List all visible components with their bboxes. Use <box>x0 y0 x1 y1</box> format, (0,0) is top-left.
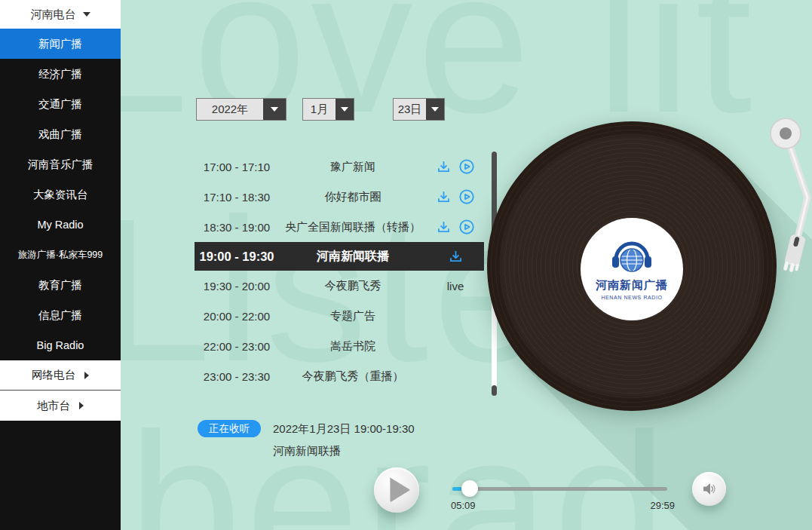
seek-bar-thumb[interactable] <box>461 480 478 497</box>
schedule-row[interactable]: 19:30 - 20:00今夜鹏飞秀live <box>195 271 484 301</box>
tonearm-pivot <box>771 118 801 149</box>
sidebar-item-9[interactable]: 教育广播 <box>0 270 121 300</box>
program-title: 今夜鹏飞秀（重播） <box>279 369 427 384</box>
program-title: 嵩岳书院 <box>279 339 427 354</box>
schedule-row[interactable]: 22:00 - 23:00嵩岳书院 <box>195 331 484 361</box>
schedule-row[interactable]: 17:00 - 17:10豫广新闻 <box>195 152 484 182</box>
station-logo-icon <box>607 239 657 277</box>
program-actions <box>427 188 484 205</box>
program-schedule-list: 17:00 - 17:10豫广新闻17:10 - 18:30你好都市圈18:30… <box>195 152 484 391</box>
elapsed-time: 05:09 <box>451 500 476 511</box>
sidebar-expandable-list: 网络电台地市台 <box>0 360 121 421</box>
schedule-row[interactable]: 17:10 - 18:30你好都市圈 <box>195 182 484 212</box>
sidebar-item-1[interactable]: 新闻广播 <box>0 29 121 59</box>
schedule-row[interactable]: 20:00 - 22:00专题广告 <box>195 301 484 331</box>
station-group-dropdown[interactable]: 河南电台 <box>0 0 121 29</box>
live-label: live <box>447 280 464 293</box>
sidebar-item-3[interactable]: 交通广播 <box>0 89 121 119</box>
record-label: 河南新闻广播 HENAN NEWS RADIO <box>581 218 683 320</box>
chevron-down-icon <box>431 107 439 112</box>
program-title: 你好都市圈 <box>279 190 427 204</box>
download-button[interactable] <box>448 249 464 265</box>
tonearm-head <box>783 234 806 273</box>
play-program-button[interactable] <box>458 158 475 175</box>
sidebar: 河南电台 新闻广播经济广播交通广播戏曲广播河南音乐广播大象资讯台My Radio… <box>0 0 121 530</box>
scrollbar-end-cap <box>492 385 497 396</box>
sidebar-item-2[interactable]: 经济广播 <box>0 59 121 89</box>
program-time: 19:30 - 20:00 <box>195 280 279 293</box>
program-time: 20:00 - 22:00 <box>195 310 279 323</box>
schedule-row[interactable]: 18:30 - 19:00央广全国新闻联播（转播） <box>195 212 484 242</box>
record-station-name-en: HENAN NEWS RADIO <box>601 295 662 300</box>
sidebar-item-11[interactable]: Big Radio <box>0 330 121 360</box>
sidebar-expandable-item-1[interactable]: 网络电台 <box>0 360 121 391</box>
program-actions <box>427 219 484 235</box>
schedule-row[interactable]: 19:00 - 19:30河南新闻联播 <box>195 242 484 271</box>
chevron-down-icon <box>341 107 348 112</box>
speaker-icon <box>701 481 717 497</box>
program-title: 专题广告 <box>279 309 427 323</box>
play-circle-icon <box>458 219 475 235</box>
download-icon <box>448 249 464 265</box>
year-select[interactable]: 2022年 <box>196 98 286 121</box>
sidebar-expandable-label: 地市台 <box>37 399 70 413</box>
play-icon <box>391 478 410 502</box>
background-watermark-line1: Love lit <box>75 0 756 143</box>
volume-button[interactable] <box>692 472 726 506</box>
program-time: 22:00 - 23:00 <box>195 340 279 353</box>
download-button[interactable] <box>436 219 452 235</box>
program-title: 豫广新闻 <box>279 160 427 174</box>
play-circle-icon <box>458 188 475 205</box>
record-station-name-cn: 河南新闻广播 <box>596 278 668 293</box>
station-group-label: 河南电台 <box>31 8 76 22</box>
month-select-arrow-button[interactable] <box>336 99 354 120</box>
download-button[interactable] <box>436 189 452 205</box>
program-time: 18:30 - 19:00 <box>195 221 279 234</box>
sidebar-channel-list: 新闻广播经济广播交通广播戏曲广播河南音乐广播大象资讯台My Radio旅游广播·… <box>0 29 121 360</box>
day-select-value: 23日 <box>394 99 426 120</box>
sidebar-expandable-label: 网络电台 <box>32 368 75 382</box>
year-select-arrow-button[interactable] <box>263 99 286 120</box>
app-root: Love lit Liste berad 河南新闻广播 HENAN NEWS R… <box>0 0 812 530</box>
play-program-button[interactable] <box>458 188 475 205</box>
sidebar-item-6[interactable]: 大象资讯台 <box>0 179 121 210</box>
month-select[interactable]: 1月 <box>302 98 354 121</box>
total-time: 29:59 <box>645 500 675 511</box>
sidebar-item-10[interactable]: 信息广播 <box>0 300 121 330</box>
now-playing-datetime: 2022年1月23日 19:00-19:30 <box>273 422 415 437</box>
play-button[interactable] <box>374 467 419 513</box>
program-time: 17:00 - 17:10 <box>195 161 279 173</box>
chevron-right-icon <box>84 372 89 379</box>
program-time: 23:00 - 23:30 <box>195 370 279 383</box>
download-icon <box>436 159 452 175</box>
program-title: 央广全国新闻联播（转播） <box>279 220 427 234</box>
download-button[interactable] <box>436 159 452 175</box>
sidebar-expandable-item-2[interactable]: 地市台 <box>0 391 121 421</box>
program-time: 19:00 - 19:30 <box>195 250 279 264</box>
day-select[interactable]: 23日 <box>393 98 445 121</box>
program-actions <box>427 249 484 265</box>
sidebar-item-4[interactable]: 戏曲广播 <box>0 119 121 149</box>
download-icon <box>436 189 452 205</box>
chevron-down-icon <box>83 12 90 17</box>
program-time: 17:10 - 18:30 <box>195 191 279 204</box>
now-playing-badge: 正在收听 <box>198 420 261 437</box>
sidebar-item-5[interactable]: 河南音乐广播 <box>0 149 121 179</box>
program-title: 河南新闻联播 <box>279 249 427 265</box>
play-program-button[interactable] <box>458 219 475 235</box>
year-select-value: 2022年 <box>197 99 263 120</box>
chevron-down-icon <box>271 107 278 112</box>
chevron-right-icon <box>79 402 84 409</box>
sidebar-item-7[interactable]: My Radio <box>0 210 121 240</box>
program-actions: live <box>427 280 484 293</box>
now-playing-program: 河南新闻联播 <box>273 444 341 458</box>
day-select-arrow-button[interactable] <box>426 99 444 120</box>
program-title: 今夜鹏飞秀 <box>279 279 427 293</box>
schedule-row[interactable]: 23:00 - 23:30今夜鹏飞秀（重播） <box>195 361 484 391</box>
sidebar-item-8[interactable]: 旅游广播·私家车999 <box>0 240 121 270</box>
download-icon <box>436 219 452 235</box>
seek-bar[interactable] <box>452 487 667 491</box>
program-actions <box>427 158 484 175</box>
now-playing-badge-label: 正在收听 <box>209 422 250 436</box>
month-select-value: 1月 <box>303 99 336 120</box>
